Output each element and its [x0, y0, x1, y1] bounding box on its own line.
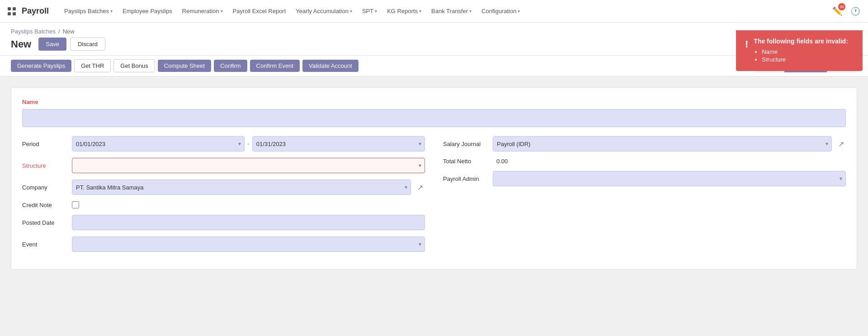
- error-icon: !: [745, 38, 748, 50]
- period-end-select[interactable]: 01/31/2023: [252, 136, 425, 151]
- breadcrumb-current: New: [63, 28, 75, 35]
- payroll-admin-select[interactable]: [493, 171, 846, 186]
- breadcrumb-parent[interactable]: Payslips Batches: [11, 28, 56, 35]
- chevron-icon: ▾: [221, 9, 223, 14]
- nav-employee-payslips[interactable]: Employee Payslips: [118, 5, 177, 17]
- company-label: Company: [22, 184, 67, 191]
- posted-date-label: Posted Date: [22, 219, 67, 226]
- discard-button[interactable]: Discard: [70, 38, 105, 51]
- nav-remuneration[interactable]: Remuneration ▾: [178, 5, 227, 17]
- period-start-select[interactable]: 01/01/2023: [72, 136, 245, 151]
- posted-date-input[interactable]: [72, 215, 425, 230]
- save-button[interactable]: Save: [38, 38, 66, 51]
- nav-right: ✏️ 38 🕐 ! The following fields are inval…: [830, 4, 863, 19]
- total-netto-row: Total Netto 0.00: [443, 158, 846, 165]
- period-label: Period: [22, 141, 67, 147]
- get-bonus-button[interactable]: Get Bonus: [113, 59, 155, 72]
- payroll-admin-label: Payroll Admin: [443, 175, 488, 182]
- notifications-button[interactable]: ✏️ 38: [830, 4, 844, 19]
- period-inputs: 01/01/2023 ▾ - 01/31/2023 ▾: [72, 136, 425, 151]
- event-row: Event ▾: [22, 237, 425, 252]
- grid-icon[interactable]: [5, 5, 18, 18]
- error-title: The following fields are invalid:: [754, 38, 848, 45]
- company-select-wrapper: PT. Santika Mitra Samaya ▾: [72, 180, 411, 195]
- svg-rect-2: [8, 12, 11, 15]
- error-field-name: Name: [762, 48, 848, 55]
- structure-label: Structure: [22, 162, 67, 169]
- notification-badge: 38: [838, 3, 845, 10]
- chevron-icon: ▾: [375, 9, 377, 14]
- svg-rect-3: [13, 12, 16, 15]
- page-title-row: New Save Discard: [11, 38, 857, 51]
- get-thr-button[interactable]: Get THR: [74, 59, 111, 72]
- breadcrumb-separator: /: [58, 28, 60, 35]
- payroll-admin-row: Payroll Admin ▾: [443, 171, 846, 186]
- company-row: Company PT. Santika Mitra Samaya ▾ ↗: [22, 180, 425, 195]
- svg-rect-1: [13, 7, 16, 10]
- salary-journal-select-wrapper: Payroll (IDR) ▾: [493, 136, 832, 151]
- nav-menu: Payslips Batches ▾ Employee Payslips Rem…: [60, 5, 830, 17]
- salary-journal-label: Salary Journal: [443, 141, 488, 147]
- compute-sheet-button[interactable]: Compute Sheet: [158, 60, 211, 72]
- event-select[interactable]: [72, 237, 425, 252]
- clock-button[interactable]: 🕐: [848, 4, 863, 19]
- chevron-icon: ▾: [469, 9, 472, 14]
- nav-bank-transfer[interactable]: Bank Transfer ▾: [427, 5, 476, 17]
- breadcrumb: Payslips Batches / New: [11, 28, 857, 35]
- generate-payslips-button[interactable]: Generate Payslips: [11, 60, 71, 72]
- credit-note-row: Credit Note: [22, 201, 425, 208]
- company-external-link-button[interactable]: ↗: [415, 183, 425, 192]
- nav-yearly-accumulation[interactable]: Yearly Accumulation ▾: [291, 5, 357, 17]
- nav-payroll-excel-report[interactable]: Payroll Excel Report: [228, 5, 291, 17]
- total-netto-value: 0.00: [493, 158, 511, 165]
- validate-account-button[interactable]: Validate Account: [302, 60, 359, 72]
- top-nav: Payroll Payslips Batches ▾ Employee Pays…: [0, 0, 868, 23]
- posted-date-row: Posted Date: [22, 215, 425, 230]
- chevron-icon: ▾: [518, 9, 520, 14]
- nav-spt[interactable]: SPT ▾: [358, 5, 382, 17]
- period-row: Period 01/01/2023 ▾ - 01/31/2023: [22, 136, 425, 151]
- salary-journal-row: Salary Journal Payroll (IDR) ▾ ↗: [443, 136, 846, 151]
- svg-rect-0: [8, 7, 11, 10]
- app-name: Payroll: [22, 6, 49, 16]
- credit-note-checkbox[interactable]: [72, 201, 79, 208]
- action-buttons: Save Discard: [38, 38, 105, 51]
- company-select[interactable]: PT. Santika Mitra Samaya: [72, 180, 411, 195]
- chevron-icon: ▾: [350, 9, 352, 14]
- structure-select[interactable]: [72, 158, 425, 173]
- period-end-wrapper: 01/31/2023 ▾: [252, 136, 425, 151]
- name-label: Name: [22, 99, 846, 105]
- error-fields-list: Name Structure: [754, 48, 848, 63]
- credit-note-label: Credit Note: [22, 202, 67, 208]
- period-start-wrapper: 01/01/2023 ▾: [72, 136, 245, 151]
- nav-kg-reports[interactable]: KG Reports ▾: [382, 5, 426, 17]
- nav-configuration[interactable]: Configuration ▾: [477, 5, 524, 17]
- name-input[interactable]: [22, 109, 846, 127]
- salary-journal-select[interactable]: Payroll (IDR): [493, 136, 832, 151]
- period-dash: -: [247, 140, 250, 147]
- confirm-event-button[interactable]: Confirm Event: [250, 60, 300, 72]
- chevron-icon: ▾: [419, 9, 421, 14]
- event-select-wrapper: ▾: [72, 237, 425, 252]
- form-right: Salary Journal Payroll (IDR) ▾ ↗ Total N…: [443, 136, 846, 258]
- event-label: Event: [22, 241, 67, 248]
- form-left: Period 01/01/2023 ▾ - 01/31/2023: [22, 136, 425, 258]
- structure-select-wrapper: ▾: [72, 158, 425, 173]
- error-field-structure: Structure: [762, 56, 848, 63]
- salary-journal-external-link-button[interactable]: ↗: [836, 140, 846, 148]
- form-card: Name Period 01/01/2023 ▾ -: [11, 87, 857, 270]
- structure-row: Structure ▾: [22, 158, 425, 173]
- total-netto-label: Total Netto: [443, 158, 488, 165]
- main-content: Name Period 01/01/2023 ▾ -: [0, 76, 868, 331]
- chevron-icon: ▾: [110, 9, 113, 14]
- nav-payslips-batches[interactable]: Payslips Batches ▾: [60, 5, 117, 17]
- confirm-button[interactable]: Confirm: [214, 60, 247, 72]
- page-title: New: [11, 38, 31, 50]
- payroll-admin-select-wrapper: ▾: [493, 171, 846, 186]
- form-grid: Period 01/01/2023 ▾ - 01/31/2023: [22, 136, 846, 258]
- error-toast: ! The following fields are invalid: Name…: [736, 30, 863, 71]
